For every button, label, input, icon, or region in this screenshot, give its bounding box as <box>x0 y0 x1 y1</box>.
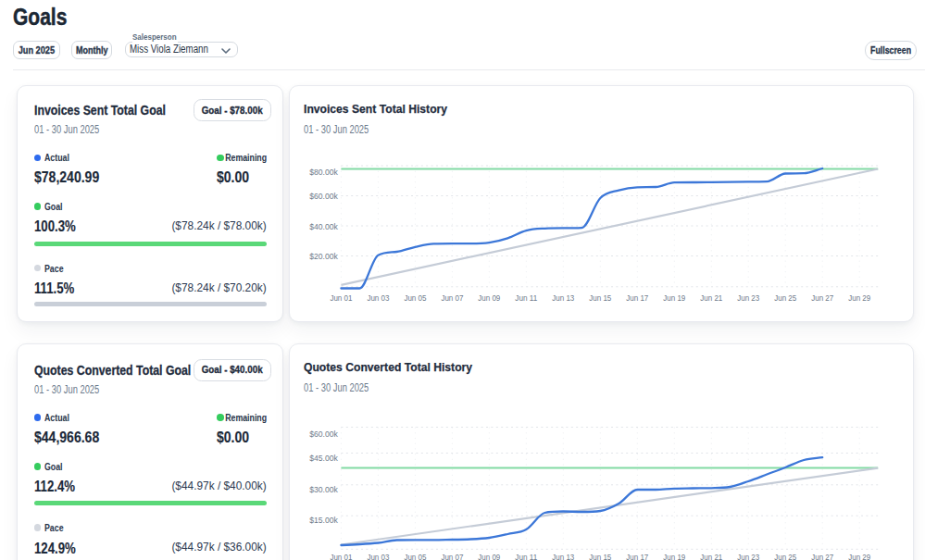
svg-text:$15.00k: $15.00k <box>309 516 338 525</box>
svg-text:Jun 15: Jun 15 <box>589 552 611 560</box>
svg-text:Jun 17: Jun 17 <box>626 552 648 560</box>
svg-text:Jun 25: Jun 25 <box>774 292 796 303</box>
svg-text:$80.00k: $80.00k <box>309 168 338 177</box>
svg-text:Jun 15: Jun 15 <box>589 292 611 303</box>
svg-text:Jun 07: Jun 07 <box>442 292 464 303</box>
svg-text:Jun 05: Jun 05 <box>405 552 427 560</box>
svg-text:Jun 29: Jun 29 <box>848 552 870 560</box>
svg-text:Jun 05: Jun 05 <box>405 292 427 303</box>
svg-text:Jun 13: Jun 13 <box>552 552 574 560</box>
svg-text:Jun 11: Jun 11 <box>515 292 537 303</box>
svg-text:Jun 09: Jun 09 <box>478 292 500 303</box>
svg-text:Jun 09: Jun 09 <box>478 552 500 560</box>
svg-text:Jun 19: Jun 19 <box>663 552 685 560</box>
svg-text:Jun 25: Jun 25 <box>774 552 796 560</box>
svg-text:$45.00k: $45.00k <box>309 454 338 463</box>
svg-text:Jun 21: Jun 21 <box>700 292 722 303</box>
svg-text:$40.00k: $40.00k <box>309 222 338 231</box>
svg-text:Jun 27: Jun 27 <box>811 552 833 560</box>
svg-text:$60.00k: $60.00k <box>309 429 338 439</box>
svg-text:Jun 01: Jun 01 <box>331 292 353 303</box>
svg-text:$60.00k: $60.00k <box>309 192 338 201</box>
svg-text:Jun 01: Jun 01 <box>331 552 353 560</box>
svg-text:$30.00k: $30.00k <box>309 485 338 494</box>
svg-text:Jun 23: Jun 23 <box>737 552 759 560</box>
svg-text:Jun 17: Jun 17 <box>626 292 648 303</box>
svg-text:Jun 11: Jun 11 <box>515 552 537 560</box>
svg-text:Jun 27: Jun 27 <box>811 292 833 303</box>
svg-text:Jun 19: Jun 19 <box>663 292 685 303</box>
svg-text:Jun 03: Jun 03 <box>368 292 390 303</box>
svg-text:$20.00k: $20.00k <box>309 252 338 261</box>
svg-text:Jun 23: Jun 23 <box>737 292 759 303</box>
svg-text:Jun 03: Jun 03 <box>368 552 390 560</box>
svg-text:Jun 21: Jun 21 <box>700 552 722 560</box>
svg-text:Jun 13: Jun 13 <box>552 292 574 303</box>
svg-text:Jun 07: Jun 07 <box>442 552 464 560</box>
svg-text:Jun 29: Jun 29 <box>848 292 870 303</box>
